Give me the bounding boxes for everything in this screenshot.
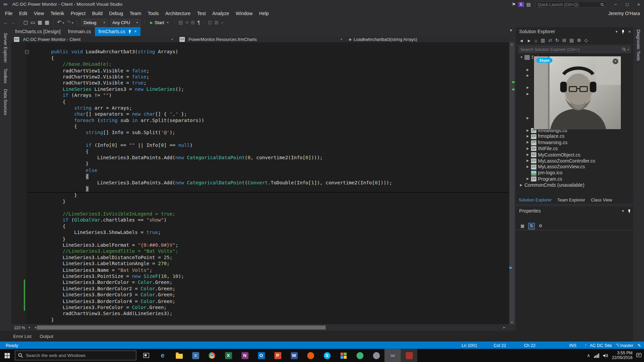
title-bar[interactable]: ∞ AC-DC Power Monitor - Client - Microso… xyxy=(0,0,644,9)
doc-tab-frmcharts-cs[interactable]: frmCharts.cs× xyxy=(95,27,141,36)
navigate-forward-icon[interactable]: → xyxy=(11,18,16,27)
start-button[interactable] xyxy=(4,353,10,358)
code-line[interactable]: if (Arrays != "") xyxy=(28,93,509,99)
code-line[interactable] xyxy=(28,136,509,142)
code-line[interactable]: foreach (string sub in arr.Split(separat… xyxy=(28,117,509,124)
code-line[interactable]: { xyxy=(28,55,509,61)
send-feedback-icon[interactable]: ▤ xyxy=(526,2,531,7)
editor-horizontal-scrollbar[interactable]: 110 %▾ ◄ ► xyxy=(11,324,509,331)
action-center-icon[interactable] xyxy=(636,353,642,358)
indent-icon[interactable]: ⌐ xyxy=(221,18,224,27)
collapse-all-icon[interactable]: ⊟ xyxy=(562,38,566,43)
code-line[interactable]: string arr = Arrays; xyxy=(28,105,509,111)
code-line[interactable]: LineSeries LineSeries3 = new LineSeries(… xyxy=(28,86,509,93)
webcam-video[interactable]: Skype × xyxy=(534,56,621,129)
volume-icon[interactable] xyxy=(603,353,608,358)
menu-tools[interactable]: Tools xyxy=(145,9,162,18)
menu-edit[interactable]: Edit xyxy=(16,9,31,18)
code-line[interactable]: public void Loadkwhrchartbat3(string Arr… xyxy=(28,49,509,55)
close-button[interactable]: × xyxy=(634,2,643,7)
code-line[interactable]: //base.OnLoad(e); xyxy=(28,61,509,68)
feedback-icon[interactable]: ⚑ xyxy=(512,2,516,7)
property-pages-icon[interactable]: ⚙ xyxy=(537,223,544,229)
menu-analyze[interactable]: Analyze xyxy=(209,9,232,18)
code-line[interactable] xyxy=(28,205,509,211)
taskbar-app-skype[interactable]: S xyxy=(319,349,335,362)
taskbar-app-firefox[interactable] xyxy=(302,349,319,362)
expand-arrow-icon[interactable]: ▼ xyxy=(520,55,524,61)
chevron-down-icon[interactable]: ▾ xyxy=(171,38,173,41)
scroll-up-icon[interactable]: ▲ xyxy=(509,43,515,46)
menu-architecture[interactable]: Architecture xyxy=(162,9,194,18)
taskbar-clock[interactable]: 3:55 PM 22/05/2016 xyxy=(612,351,632,360)
tree-item-mycustomobject-cs[interactable]: ▶C#MyCustomObject.cs xyxy=(516,152,633,158)
panel-splitter[interactable] xyxy=(516,203,633,206)
publish-icon[interactable]: ↑ xyxy=(585,342,587,349)
solution-platforms-dropdown[interactable]: Any CPU▾ xyxy=(110,19,141,26)
code-line[interactable]: radChartView1.Visible = false; xyxy=(28,68,509,74)
code-line[interactable]: LineSeries3.BorderColor2 = Color.Green; xyxy=(28,286,509,292)
taskbar-app-outlook[interactable]: O xyxy=(253,349,269,362)
code-line[interactable]: } xyxy=(28,317,509,323)
publish-target[interactable]: AC DC Site xyxy=(590,342,612,349)
comment-icon[interactable]: ⊡ xyxy=(208,18,212,27)
menu-help[interactable]: Help xyxy=(256,9,272,18)
code-line[interactable]: LineSeries3.Name = "Bat Volts"; xyxy=(28,267,509,274)
taskbar-app-onenote[interactable]: N xyxy=(236,349,253,362)
taskbar-app-app-colorful[interactable] xyxy=(335,349,352,362)
expand-arrow-icon[interactable]: ▶ xyxy=(527,146,531,152)
tree-item-pm-logo-ico[interactable]: pm-logo.ico xyxy=(516,170,633,176)
taskbar-app-word[interactable]: W xyxy=(286,349,302,362)
open-file-icon[interactable]: ▭ xyxy=(31,18,35,27)
code-line[interactable]: LineSeries3.DataPoints.Add(new Categoric… xyxy=(28,180,509,186)
expand-arrow-icon[interactable]: ▶ xyxy=(520,182,524,188)
forward-icon[interactable]: ► xyxy=(527,38,531,43)
code-line[interactable]: LineSeries3.ShowLabels = true; xyxy=(28,230,509,236)
taskbar-app-edge[interactable]: e xyxy=(154,349,171,362)
webcam-close-button[interactable]: × xyxy=(612,58,619,64)
code-line[interactable]: { xyxy=(28,174,509,180)
code-line[interactable]: radChartView2.Visible = false; xyxy=(28,74,509,80)
code-line[interactable]: //LineSeries3.LegendTitle = "Bat Volts"; xyxy=(28,248,509,255)
taskbar-app-excel[interactable]: X xyxy=(220,349,236,362)
new-file-icon[interactable]: ▢ xyxy=(23,18,28,27)
code-line[interactable]: LineSeries3.LabelFormat = "{0:##0.0#}V"; xyxy=(28,242,509,248)
taskbar-app-chrome[interactable] xyxy=(204,349,220,362)
refresh-icon[interactable]: ↻ xyxy=(555,38,559,43)
zoom-dropdown[interactable]: 110 %▾ xyxy=(12,325,35,330)
hidden-icons-chevron[interactable]: ∧ xyxy=(587,353,590,358)
code-line[interactable]: LineSeries3.BorderColor3 = Color.Green; xyxy=(28,292,509,298)
code-line[interactable]: LineSeries3.LabelDistanceToPoint = 25; xyxy=(28,254,509,261)
solution-explorer-header[interactable]: Solution Explorer ▾ × xyxy=(516,27,633,36)
taskbar-search-input[interactable]: Search the web and Windows xyxy=(15,351,136,360)
expand-arrow-icon[interactable]: ▶ xyxy=(527,73,531,79)
user-name[interactable]: Jeremy O'Hara xyxy=(608,9,640,18)
menu-project[interactable]: Project xyxy=(67,9,89,18)
properties-icon[interactable]: ⚙ xyxy=(577,38,581,43)
code-line[interactable]: } xyxy=(28,236,509,242)
code-line[interactable]: { xyxy=(28,99,509,105)
taskbar-app-visual-studio[interactable]: ∞ xyxy=(384,349,401,362)
bookmark-icon[interactable]: ¶ xyxy=(198,18,200,27)
breadcrumb-item[interactable]: C#PowerMonitor.Resources.frmCharts▾ xyxy=(177,36,346,42)
home-icon[interactable]: ⌂ xyxy=(535,38,537,43)
start-debugging-button[interactable]: ▶Start▾ xyxy=(148,18,170,26)
pin-icon[interactable] xyxy=(628,209,631,213)
code-line[interactable]: if (GlobalVar.chartlables == "show") xyxy=(28,217,509,224)
expand-arrow-icon[interactable]: ▶ xyxy=(527,67,531,73)
save-all-icon[interactable]: ▩ xyxy=(45,18,50,27)
tree-item-mylassozoomcontroller-cs[interactable]: ▶C#MyLassoZoomController.cs xyxy=(516,158,633,164)
tab-output[interactable]: Output xyxy=(37,334,57,339)
branch-icon[interactable]: ⌥ xyxy=(615,342,620,349)
menu-test[interactable]: Test xyxy=(194,9,209,18)
solution-configurations-dropdown[interactable]: Debug▾ xyxy=(81,19,107,26)
sync-with-active-document-icon[interactable]: ⇄ xyxy=(548,38,552,43)
pending-changes-filter-icon[interactable]: ▥ xyxy=(541,38,545,43)
scroll-left-icon[interactable]: ◄ xyxy=(34,325,37,329)
tab-server-explorer[interactable]: Server Explorer xyxy=(3,33,8,63)
tab-diagnostic-tools[interactable]: Diagnostic Tools xyxy=(636,29,641,61)
tree-item-inifile-cs[interactable]: ▶C#INIFile.cs xyxy=(516,146,633,152)
expand-arrow-icon[interactable]: ▶ xyxy=(527,127,531,133)
maximize-button[interactable]: □ xyxy=(623,2,632,7)
taskbar-app-powerpoint[interactable]: P xyxy=(269,349,286,362)
